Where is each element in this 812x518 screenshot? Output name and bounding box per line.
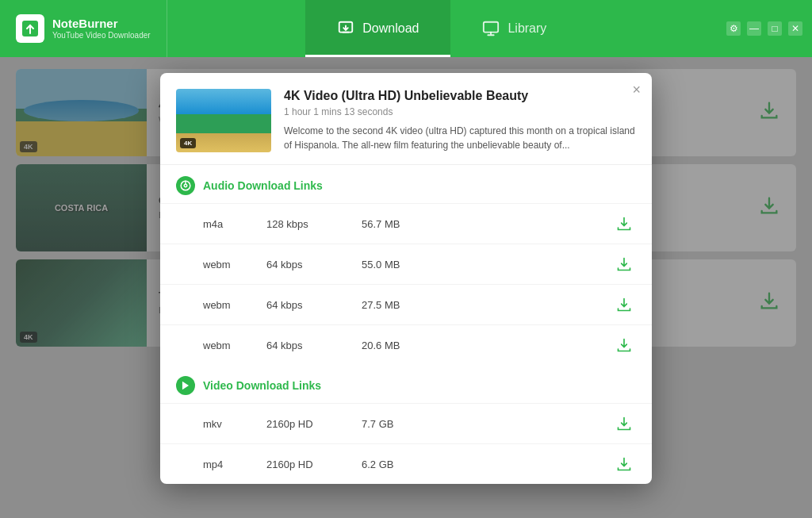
logo-text: NoteBurner YouTube Video Downloader [52,17,151,40]
app-subtitle: YouTube Video Downloader [52,31,151,40]
modal-title: 4K Video (Ultra HD) Unbelievable Beauty [284,89,636,103]
audio-download-row: webm 64 kbps 55.0 MB [160,244,652,284]
format-label: webm [203,259,266,271]
tab-library[interactable]: Library [450,0,578,57]
app-name: NoteBurner [52,17,151,31]
logo-area: NoteBurner YouTube Video Downloader [0,0,167,57]
download-button[interactable] [612,412,636,436]
video-download-row: mkv 2160p HD 7.7 GB [160,403,652,443]
tab-download[interactable]: Download [305,0,450,57]
size-label: 55.0 MB [362,259,612,271]
format-label: webm [203,340,266,351]
download-button[interactable] [612,452,636,476]
download-button[interactable] [612,293,636,317]
format-label: mp4 [203,459,266,470]
logo-icon [16,14,44,43]
format-label: m4a [203,218,266,230]
modal-duration: 1 hour 1 mins 13 seconds [284,106,636,117]
audio-download-row: m4a 128 kbps 56.7 MB [160,203,652,244]
header-nav: Download Library [167,0,717,57]
quality-label: 2160p HD [266,459,362,470]
quality-label: 128 kbps [266,218,362,230]
size-label: 7.7 GB [362,418,612,430]
modal-resolution-badge: 4K [180,138,196,148]
minimize-button[interactable]: — [747,21,761,36]
video-section-icon [176,376,195,395]
video-section-title: Video Download Links [203,379,321,392]
download-modal: 4K 4K Video (Ultra HD) Unbelievable Beau… [160,73,652,484]
audio-section-icon [176,176,195,195]
window-controls: ⚙ — □ ✕ [717,0,812,57]
modal-meta: 4K Video (Ultra HD) Unbelievable Beauty … [284,89,636,152]
size-label: 20.6 MB [362,340,612,351]
close-button[interactable]: ✕ [788,21,802,36]
audio-section-header: Audio Download Links [160,165,652,203]
quality-label: 64 kbps [266,340,362,351]
download-button[interactable] [612,333,636,357]
audio-section-title: Audio Download Links [203,179,323,192]
svg-marker-6 [182,382,189,390]
size-label: 56.7 MB [362,218,612,230]
quality-label: 2160p HD [266,418,362,430]
download-button[interactable] [612,212,636,236]
size-label: 27.5 MB [362,299,612,311]
format-label: mkv [203,418,266,430]
modal-header: 4K 4K Video (Ultra HD) Unbelievable Beau… [160,73,652,165]
download-button[interactable] [612,252,636,276]
main-content: 4K 4K Video (Ultra HD) Unbelievable Beau… [0,57,812,518]
size-label: 6.2 GB [362,459,612,470]
video-download-row: mp4 2160p HD 6.2 GB [160,443,652,484]
audio-download-row: webm 64 kbps 20.6 MB [160,324,652,365]
modal-overlay: 4K 4K Video (Ultra HD) Unbelievable Beau… [0,57,812,518]
svg-rect-2 [484,22,498,33]
tab-library-label: Library [508,21,546,36]
quality-label: 64 kbps [266,299,362,311]
tab-download-label: Download [362,21,419,36]
video-section-header: Video Download Links [160,365,652,403]
audio-download-row: webm 64 kbps 27.5 MB [160,284,652,324]
settings-button[interactable]: ⚙ [726,21,741,36]
modal-description: Welcome to the second 4K video (ultra HD… [284,124,636,152]
app-header: NoteBurner YouTube Video Downloader Down… [0,0,812,57]
modal-body: Audio Download Links m4a 128 kbps 56.7 M… [160,165,652,484]
modal-thumbnail: 4K [176,89,271,152]
modal-close-button[interactable]: × [632,82,641,97]
format-label: webm [203,299,266,311]
quality-label: 64 kbps [266,259,362,271]
maximize-button[interactable]: □ [768,21,782,36]
